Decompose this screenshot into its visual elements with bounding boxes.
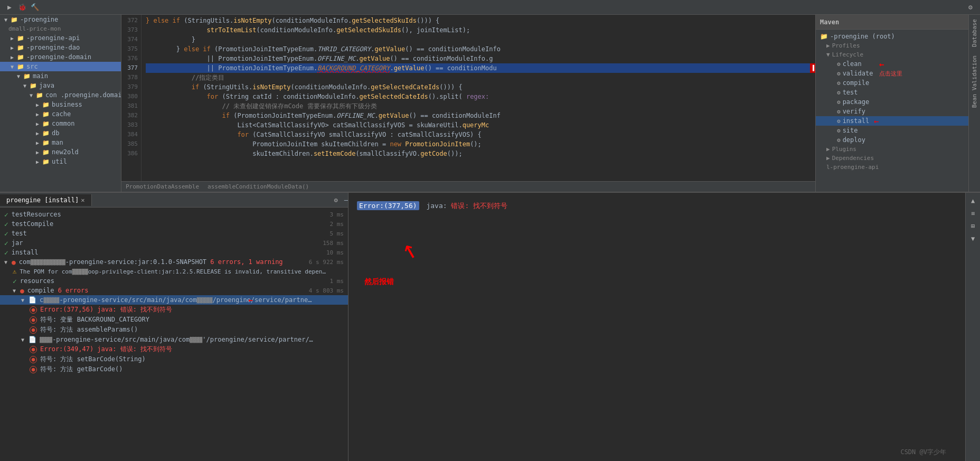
maven-test[interactable]: ⚙ test [816, 88, 968, 97]
build-row-install: ✓ install 10 ms [0, 248, 348, 257]
maven-section-profiles[interactable]: ▶ Profiles [816, 41, 968, 50]
maven-deploy-label: deploy [843, 136, 865, 144]
sidebar-item-domain[interactable]: ▶ 📁 -proengine-domain [0, 52, 121, 62]
sidebar-item-common[interactable]: ▶ 📁 common [0, 119, 121, 128]
maven-compile-label: compile [843, 79, 870, 87]
maven-tree[interactable]: 📁 -proengine (root) ▶ Profiles ▼ Lifecyc… [816, 30, 968, 192]
build-panel: proengine [install] ✕ ⚙ — ✓ testResource… [0, 193, 348, 461]
sidebar-item-cache[interactable]: ▶ 📁 cache [0, 109, 121, 119]
maven-section-lifecycle[interactable]: ▼ Lifecycle [816, 50, 968, 59]
common-label: common [52, 120, 74, 127]
src-label: src [26, 63, 38, 70]
check-icon-install: ✓ [4, 249, 8, 257]
common-arrow: ▶ [36, 121, 39, 127]
row-label-install: install [12, 249, 39, 256]
maven-section-plugins[interactable]: ▶ Plugins [816, 145, 968, 154]
sidebar-item-new2old[interactable]: ▶ 📁 new2old [0, 147, 121, 157]
scroll-up-button[interactable]: ▲ [967, 195, 979, 206]
build-row-file2[interactable]: ▼ 📄 ▓▓▓▓-proengine-service/src/main/java… [0, 335, 348, 344]
sidebar-item-business[interactable]: ▶ 📁 business [0, 100, 121, 109]
code-line-381: // 未查创建促销保存mCode 需要保存其所有下级分类 [146, 101, 815, 111]
code-line-375: } else if (PromotionJoinItemTypeEnum.THR… [146, 44, 815, 54]
java-folder-icon: 📁 [30, 82, 37, 89]
code-content[interactable]: } else if (StringUtils.isNotEmpty(condit… [142, 15, 815, 181]
row-label-testresources: testResources [12, 211, 61, 218]
compile-gear-icon: ⚙ [837, 80, 841, 87]
build-row-compile-errors[interactable]: ▼ ● compile 6 errors 4 s 803 ms [0, 286, 348, 295]
maven-validate-label: validate [843, 70, 873, 77]
sidebar-item-java[interactable]: ▼ 📁 java [0, 81, 121, 90]
build-row-error-349[interactable]: ● Error:(349,47) java: 错误: 找不到符号 [0, 344, 348, 354]
build-tab-install[interactable]: proengine [install] ✕ [0, 194, 92, 206]
build-row-service-error[interactable]: ▼ ● com▓▓▓▓▓▓▓▓▓▓▓-proengine-service:jar… [0, 257, 348, 267]
api-label: -proengine-api [26, 34, 80, 42]
line-num-382: 382 [121, 111, 138, 120]
build-row-test: ✓ test 5 ms [0, 229, 348, 238]
code-line-378: //指定类目 [146, 73, 815, 82]
maven-sub-label: l-proengine-api [826, 164, 879, 171]
run-button[interactable]: ▶ [4, 2, 15, 13]
sidebar-root[interactable]: ▼ 📁 -proengine [0, 15, 121, 24]
right-tab-database[interactable]: Database [969, 15, 979, 51]
build-button[interactable]: 🔨 [30, 2, 40, 13]
check-icon-testcompile: ✓ [4, 220, 8, 228]
sidebar-item-db[interactable]: ▶ 📁 db [0, 128, 121, 138]
maven-deploy[interactable]: ⚙ deploy [816, 135, 968, 145]
maven-project-root[interactable]: 📁 -proengine (root) [816, 32, 968, 41]
settings-button[interactable]: ⚙ [965, 2, 976, 13]
file1-module-icon: 📄 [29, 296, 36, 304]
debug-button[interactable]: 🐞 [17, 2, 27, 13]
file2-expand-arrow: ▼ [21, 337, 24, 343]
sidebar-item-util[interactable]: ▶ 📁 util [0, 157, 121, 166]
sidebar-item-main[interactable]: ▼ 📁 main [0, 71, 121, 81]
bottom-area: proengine [install] ✕ ⚙ — ✓ testResource… [0, 192, 980, 461]
api-folder-icon: 📁 [17, 35, 24, 42]
maven-site[interactable]: ⚙ site [816, 126, 968, 135]
maven-section-dependencies[interactable]: ▶ Dependencies [816, 154, 968, 163]
line-num-372: 372 [121, 16, 138, 25]
right-tab-bean-validation[interactable]: Bean Validation [969, 51, 979, 112]
error-up-arrow: ↑ [395, 233, 423, 267]
build-row-testcompile: ✓ testCompile 2 ms [0, 219, 348, 229]
sidebar-item-con[interactable]: ▼ 📁 con .proengine.domain [0, 90, 121, 100]
db-arrow: ▶ [36, 130, 39, 136]
sidebar-item-man[interactable]: ▶ 📁 man [0, 138, 121, 147]
sidebar-item-src[interactable]: ▼ 📁 src [0, 62, 121, 71]
row-label-err-377: Error:(377,56) java: 错误: 找不到符号 [40, 305, 172, 314]
build-row-file1[interactable]: ▼ 📄 c▓▓▓▓▓-proengine-service/src/main/ja… [0, 295, 348, 305]
build-tab-close-icon[interactable]: ✕ [81, 196, 84, 204]
maven-package[interactable]: ⚙ package [816, 97, 968, 107]
code-line-382: if (PromotionJoinItemTypeEnum.OFFLINE_MC… [146, 111, 815, 120]
warning-icon: ⚠ [13, 268, 16, 275]
code-line-379: if (StringUtils.isNotEmpty(conditionModu… [146, 82, 815, 92]
scroll-down-button[interactable]: ▼ [967, 233, 979, 244]
root-folder-icon: 📁 [11, 16, 18, 23]
build-tab-label: proengine [install] [6, 196, 79, 204]
build-minimize-button[interactable]: — [344, 196, 348, 204]
build-settings-button[interactable]: ⚙ [330, 194, 342, 206]
line-num-383: 383 [121, 120, 138, 130]
maven-clean[interactable]: ⚙ clean ← [816, 59, 968, 69]
maven-sub-item[interactable]: l-proengine-api [816, 163, 968, 172]
sidebar-item-dao[interactable]: ▶ 📁 -proengine-dao [0, 43, 121, 52]
build-content[interactable]: ✓ testResources 3 ms ✓ testCompile 2 ms … [0, 208, 348, 461]
deploy-gear-icon: ⚙ [837, 137, 841, 144]
maven-install[interactable]: ⚙ install ← [816, 116, 968, 126]
maven-verify[interactable]: ⚙ verify [816, 107, 968, 116]
maven-compile[interactable]: ⚙ compile [816, 78, 968, 88]
code-line-374: } [146, 35, 815, 44]
util-arrow: ▶ [36, 159, 39, 165]
expand-button[interactable]: ⊞ [967, 220, 979, 232]
maven-project-name: -proengine (root) [830, 33, 895, 40]
sort-button[interactable]: ≡ [967, 208, 979, 219]
sidebar-item-api[interactable]: ▶ 📁 -proengine-api [0, 33, 121, 43]
sidebar-project[interactable]: dmall-price-mon [0, 24, 121, 33]
clean-red-arrow: ← [879, 59, 884, 69]
build-row-error-377[interactable]: ● Error:(377,56) java: 错误: 找不到符号 [0, 305, 348, 315]
file1-expand-arrow: ▼ [21, 297, 24, 303]
man-arrow: ▶ [36, 140, 39, 146]
build-row-jar: ✓ jar 158 ms [0, 238, 348, 248]
maven-validate[interactable]: ⚙ validate 点击这里 [816, 69, 968, 78]
java-label: java [39, 82, 54, 89]
maven-test-label: test [843, 89, 858, 96]
